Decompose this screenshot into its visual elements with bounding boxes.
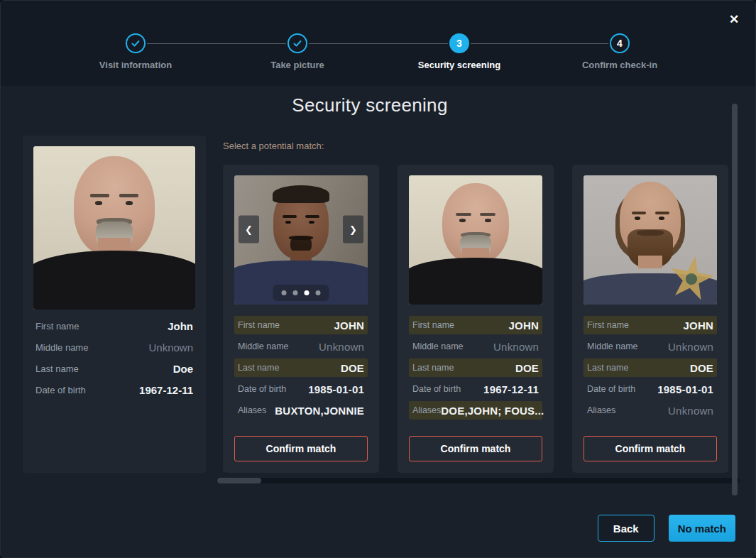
visitor-panel: First name John Middle name Unknown Last… <box>23 136 206 473</box>
field-value: Unknown <box>668 405 713 417</box>
field-value: 1967-12-11 <box>139 384 193 396</box>
eye <box>309 221 314 224</box>
field-value: Unknown <box>493 341 539 353</box>
field-value: Unknown <box>148 341 193 354</box>
brow <box>90 194 109 198</box>
check-icon <box>287 33 307 53</box>
shirt <box>409 258 542 305</box>
step-label: Visit information <box>57 60 214 70</box>
field-label: First name <box>35 321 79 332</box>
field-row: First name John <box>35 315 193 337</box>
field-label: Date of birth <box>412 384 461 394</box>
field-value: Unknown <box>668 341 713 353</box>
match-photo <box>409 175 542 305</box>
horizontal-scrollbar-thumb[interactable] <box>217 478 261 483</box>
field-label: Aliases <box>238 405 266 415</box>
no-match-button[interactable]: No match <box>669 515 735 542</box>
step-take-picture[interactable]: Take picture <box>219 33 376 70</box>
field-row: Aliases BUXTON,JONNIE <box>234 401 368 420</box>
step-label: Security screening <box>381 60 537 70</box>
brow <box>632 212 647 214</box>
field-value: DOE <box>690 362 713 374</box>
eye <box>635 217 640 219</box>
field-row: Last name Doe <box>35 358 193 379</box>
field-value: JOHN <box>334 319 364 332</box>
field-label: First name <box>412 320 454 330</box>
field-value: JOHN <box>509 319 539 332</box>
carousel-prev-icon[interactable]: ❮ <box>239 216 259 244</box>
step-number: 3 <box>449 33 469 53</box>
field-value: 1985-01-01 <box>308 383 364 395</box>
match-card: ❮❯ First name JOHN Middle name Unknown L… <box>223 165 379 473</box>
match-fields: First name JOHN Middle name Unknown Last… <box>234 316 368 422</box>
field-row: Last name DOE <box>409 359 542 377</box>
match-photo <box>584 175 717 305</box>
hair <box>273 185 330 203</box>
confirm-match-button[interactable]: Confirm match <box>409 436 542 461</box>
field-label: First name <box>587 320 629 330</box>
carousel-dot[interactable] <box>293 290 298 295</box>
shirt <box>33 251 195 310</box>
stepper: Visit information Take picture 3 Securit… <box>1 1 755 86</box>
field-value: BUXTON,JONNIE <box>275 405 364 417</box>
field-label: Middle name <box>587 341 638 351</box>
field-label: Date of birth <box>238 384 286 394</box>
footer-actions: Back No match <box>598 515 735 542</box>
horizontal-scrollbar[interactable] <box>217 478 740 483</box>
field-label: Middle name <box>238 341 289 351</box>
field-label: Middle name <box>35 342 88 353</box>
field-value: DOE <box>341 362 364 374</box>
brow <box>655 212 670 214</box>
visitor-photo <box>33 146 195 310</box>
field-row: Date of birth 1967-12-11 <box>409 380 542 398</box>
field-row: Date of birth 1985-01-01 <box>584 380 717 398</box>
step-security-screening[interactable]: 3 Security screening <box>381 33 537 70</box>
field-value: John <box>168 320 193 332</box>
field-value: Unknown <box>319 341 364 353</box>
select-prompt: Select a potential match: <box>223 141 324 151</box>
field-row: Middle name Unknown <box>35 337 193 358</box>
field-label: Date of birth <box>587 384 635 394</box>
field-row: Middle name Unknown <box>584 337 717 356</box>
neck <box>638 256 662 268</box>
check-icon <box>126 33 146 53</box>
vertical-scrollbar-thumb[interactable] <box>732 104 738 496</box>
brow <box>456 213 472 216</box>
match-fields: First name JOHN Middle name Unknown Last… <box>584 316 717 422</box>
carousel-dot[interactable] <box>305 290 309 295</box>
match-list: ❮❯ First name JOHN Middle name Unknown L… <box>223 165 728 473</box>
field-label: Date of birth <box>35 385 86 395</box>
carousel-next-icon[interactable]: ❯ <box>343 216 363 244</box>
brow <box>283 215 297 218</box>
confirm-match-button[interactable]: Confirm match <box>584 436 717 461</box>
check-in-dialog: ✕ Visit information Take picture 3 Secur… <box>0 0 756 558</box>
field-label: First name <box>238 320 280 330</box>
match-fields: First name JOHN Middle name Unknown Last… <box>409 316 542 422</box>
field-label: Middle name <box>412 341 464 351</box>
field-row: First name JOHN <box>234 316 368 334</box>
field-label: Last name <box>587 363 628 373</box>
field-value: DOE,JOHN; FOUS... <box>441 405 544 417</box>
match-photo: ❮❯ <box>234 175 368 305</box>
field-row: Aliases DOE,JOHN; FOUS... <box>409 401 542 420</box>
step-confirm-check-in[interactable]: 4 Confirm check-in <box>542 33 698 70</box>
carousel-dot[interactable] <box>282 290 287 295</box>
match-card: First name JOHN Middle name Unknown Last… <box>572 165 728 473</box>
mustache <box>637 230 664 235</box>
field-row: First name JOHN <box>409 316 542 334</box>
field-row: First name JOHN <box>584 316 717 334</box>
eye <box>459 219 466 222</box>
carousel-dot[interactable] <box>316 290 321 295</box>
brow <box>305 215 320 218</box>
eye <box>485 219 491 222</box>
brow <box>119 194 138 198</box>
step-visit-information[interactable]: Visit information <box>57 33 214 70</box>
back-button[interactable]: Back <box>598 515 654 542</box>
field-row: Last name DOE <box>584 359 717 377</box>
confirm-match-button[interactable]: Confirm match <box>234 436 368 461</box>
step-label: Take picture <box>219 60 376 70</box>
eye <box>659 217 664 219</box>
field-row: Last name DOE <box>234 359 368 377</box>
match-card: First name JOHN Middle name Unknown Last… <box>398 165 554 473</box>
eye <box>95 201 102 205</box>
